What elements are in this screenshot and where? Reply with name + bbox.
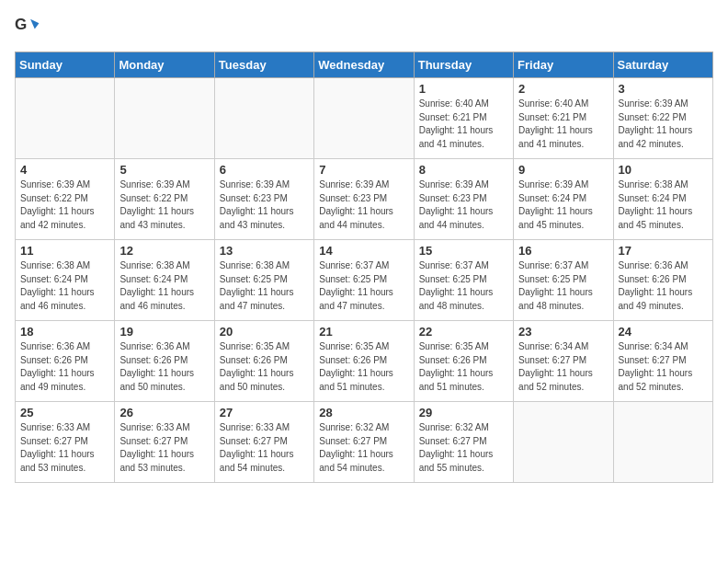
- day-number: 12: [119, 244, 209, 258]
- header-tuesday: Tuesday: [214, 52, 313, 78]
- calendar-cell: [214, 78, 313, 159]
- calendar-cell: 8Sunrise: 6:39 AM Sunset: 6:23 PM Daylig…: [414, 159, 513, 240]
- calendar-cell: 16Sunrise: 6:37 AM Sunset: 6:25 PM Dayli…: [514, 240, 613, 321]
- day-info: Sunrise: 6:39 AM Sunset: 6:22 PM Dayligh…: [619, 98, 708, 151]
- day-info: Sunrise: 6:39 AM Sunset: 6:24 PM Dayligh…: [518, 178, 608, 232]
- calendar-cell: 21Sunrise: 6:35 AM Sunset: 6:26 PM Dayli…: [314, 321, 414, 402]
- day-info: Sunrise: 6:36 AM Sunset: 6:26 PM Dayligh…: [20, 340, 109, 394]
- calendar-cell: 29Sunrise: 6:32 AM Sunset: 6:27 PM Dayli…: [414, 402, 513, 483]
- day-number: 24: [619, 325, 708, 339]
- day-number: 2: [518, 82, 608, 96]
- week-row-0: 1Sunrise: 6:40 AM Sunset: 6:21 PM Daylig…: [16, 78, 713, 159]
- svg-text:G: G: [15, 16, 27, 33]
- day-number: 17: [619, 244, 708, 258]
- day-number: 29: [419, 406, 508, 419]
- header-wednesday: Wednesday: [314, 52, 414, 78]
- day-number: 26: [119, 406, 209, 419]
- day-info: Sunrise: 6:37 AM Sunset: 6:25 PM Dayligh…: [518, 259, 608, 313]
- logo-icon: G: [15, 15, 40, 40]
- day-info: Sunrise: 6:32 AM Sunset: 6:27 PM Dayligh…: [419, 421, 508, 475]
- calendar-cell: 4Sunrise: 6:39 AM Sunset: 6:22 PM Daylig…: [16, 159, 115, 240]
- calendar-cell: 9Sunrise: 6:39 AM Sunset: 6:24 PM Daylig…: [514, 159, 613, 240]
- day-number: 8: [419, 163, 508, 177]
- header-monday: Monday: [115, 52, 214, 78]
- day-number: 11: [20, 244, 109, 258]
- calendar-cell: 22Sunrise: 6:35 AM Sunset: 6:26 PM Dayli…: [414, 321, 513, 402]
- calendar-cell: 27Sunrise: 6:33 AM Sunset: 6:27 PM Dayli…: [214, 402, 313, 483]
- day-info: Sunrise: 6:38 AM Sunset: 6:25 PM Dayligh…: [220, 259, 309, 313]
- day-number: 3: [619, 82, 708, 96]
- calendar-cell: 24Sunrise: 6:34 AM Sunset: 6:27 PM Dayli…: [613, 321, 712, 402]
- day-info: Sunrise: 6:40 AM Sunset: 6:21 PM Dayligh…: [518, 98, 608, 151]
- calendar-cell: 11Sunrise: 6:38 AM Sunset: 6:24 PM Dayli…: [16, 240, 115, 321]
- day-number: 19: [119, 325, 209, 339]
- calendar-cell: 18Sunrise: 6:36 AM Sunset: 6:26 PM Dayli…: [16, 321, 115, 402]
- day-number: 4: [20, 163, 109, 177]
- day-info: Sunrise: 6:38 AM Sunset: 6:24 PM Dayligh…: [119, 259, 209, 313]
- calendar-cell: 3Sunrise: 6:39 AM Sunset: 6:22 PM Daylig…: [613, 78, 712, 159]
- calendar-cell: 25Sunrise: 6:33 AM Sunset: 6:27 PM Dayli…: [16, 402, 115, 483]
- day-info: Sunrise: 6:36 AM Sunset: 6:26 PM Dayligh…: [119, 340, 209, 394]
- day-number: 7: [319, 163, 408, 177]
- day-number: 25: [20, 406, 109, 419]
- calendar-cell: 13Sunrise: 6:38 AM Sunset: 6:25 PM Dayli…: [214, 240, 313, 321]
- page-header: G: [15, 15, 713, 40]
- day-info: Sunrise: 6:39 AM Sunset: 6:22 PM Dayligh…: [20, 178, 109, 232]
- calendar-cell: 7Sunrise: 6:39 AM Sunset: 6:23 PM Daylig…: [314, 159, 414, 240]
- calendar-cell: 5Sunrise: 6:39 AM Sunset: 6:22 PM Daylig…: [115, 159, 214, 240]
- calendar-cell: 12Sunrise: 6:38 AM Sunset: 6:24 PM Dayli…: [115, 240, 214, 321]
- header-thursday: Thursday: [414, 52, 513, 78]
- day-info: Sunrise: 6:39 AM Sunset: 6:23 PM Dayligh…: [419, 178, 508, 232]
- day-info: Sunrise: 6:33 AM Sunset: 6:27 PM Dayligh…: [220, 421, 309, 475]
- calendar-cell: [16, 78, 115, 159]
- header-friday: Friday: [514, 52, 613, 78]
- day-number: 23: [518, 325, 608, 339]
- calendar-header-row: SundayMondayTuesdayWednesdayThursdayFrid…: [16, 52, 713, 78]
- calendar-table: SundayMondayTuesdayWednesdayThursdayFrid…: [15, 52, 713, 483]
- calendar-cell: 17Sunrise: 6:36 AM Sunset: 6:26 PM Dayli…: [613, 240, 712, 321]
- calendar-cell: [613, 402, 712, 483]
- day-number: 27: [220, 406, 309, 419]
- header-saturday: Saturday: [613, 52, 712, 78]
- svg-marker-1: [30, 19, 39, 29]
- day-number: 13: [220, 244, 309, 258]
- week-row-1: 4Sunrise: 6:39 AM Sunset: 6:22 PM Daylig…: [16, 159, 713, 240]
- day-info: Sunrise: 6:35 AM Sunset: 6:26 PM Dayligh…: [419, 340, 508, 394]
- day-number: 22: [419, 325, 508, 339]
- week-row-4: 25Sunrise: 6:33 AM Sunset: 6:27 PM Dayli…: [16, 402, 713, 483]
- logo: G: [15, 15, 44, 40]
- calendar-cell: 20Sunrise: 6:35 AM Sunset: 6:26 PM Dayli…: [214, 321, 313, 402]
- week-row-2: 11Sunrise: 6:38 AM Sunset: 6:24 PM Dayli…: [16, 240, 713, 321]
- day-info: Sunrise: 6:33 AM Sunset: 6:27 PM Dayligh…: [119, 421, 209, 475]
- calendar-cell: 28Sunrise: 6:32 AM Sunset: 6:27 PM Dayli…: [314, 402, 414, 483]
- day-number: 18: [20, 325, 109, 339]
- day-number: 21: [319, 325, 408, 339]
- day-number: 16: [518, 244, 608, 258]
- calendar-cell: 15Sunrise: 6:37 AM Sunset: 6:25 PM Dayli…: [414, 240, 513, 321]
- day-info: Sunrise: 6:36 AM Sunset: 6:26 PM Dayligh…: [619, 259, 708, 313]
- day-info: Sunrise: 6:39 AM Sunset: 6:22 PM Dayligh…: [119, 178, 209, 232]
- day-number: 20: [220, 325, 309, 339]
- calendar-cell: [314, 78, 414, 159]
- day-number: 6: [220, 163, 309, 177]
- day-info: Sunrise: 6:39 AM Sunset: 6:23 PM Dayligh…: [220, 178, 309, 232]
- day-number: 28: [319, 406, 408, 419]
- calendar-cell: 19Sunrise: 6:36 AM Sunset: 6:26 PM Dayli…: [115, 321, 214, 402]
- day-number: 9: [518, 163, 608, 177]
- calendar-cell: 26Sunrise: 6:33 AM Sunset: 6:27 PM Dayli…: [115, 402, 214, 483]
- day-number: 1: [419, 82, 508, 96]
- calendar-cell: [514, 402, 613, 483]
- day-info: Sunrise: 6:39 AM Sunset: 6:23 PM Dayligh…: [319, 178, 408, 232]
- day-number: 15: [419, 244, 508, 258]
- day-number: 10: [619, 163, 708, 177]
- week-row-3: 18Sunrise: 6:36 AM Sunset: 6:26 PM Dayli…: [16, 321, 713, 402]
- day-info: Sunrise: 6:38 AM Sunset: 6:24 PM Dayligh…: [619, 178, 708, 232]
- calendar-cell: 23Sunrise: 6:34 AM Sunset: 6:27 PM Dayli…: [514, 321, 613, 402]
- day-info: Sunrise: 6:35 AM Sunset: 6:26 PM Dayligh…: [220, 340, 309, 394]
- day-number: 14: [319, 244, 408, 258]
- day-info: Sunrise: 6:33 AM Sunset: 6:27 PM Dayligh…: [20, 421, 109, 475]
- calendar-cell: 6Sunrise: 6:39 AM Sunset: 6:23 PM Daylig…: [214, 159, 313, 240]
- day-info: Sunrise: 6:34 AM Sunset: 6:27 PM Dayligh…: [619, 340, 708, 394]
- calendar-cell: 1Sunrise: 6:40 AM Sunset: 6:21 PM Daylig…: [414, 78, 513, 159]
- day-info: Sunrise: 6:40 AM Sunset: 6:21 PM Dayligh…: [419, 98, 508, 151]
